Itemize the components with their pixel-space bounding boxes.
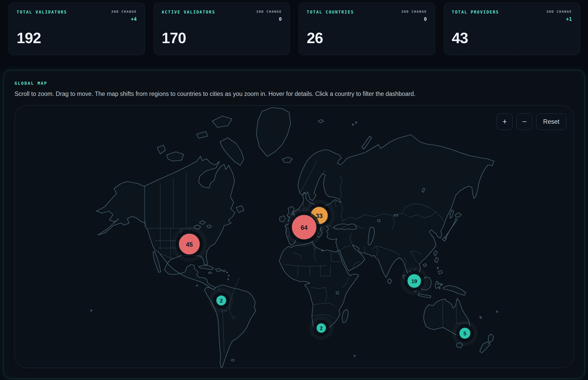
stat-label: TOTAL COUNTRIES xyxy=(307,10,354,15)
stat-card-total-countries: TOTAL COUNTRIES 30D CHANGE 0 26 xyxy=(299,3,435,55)
stat-change-value: 0 xyxy=(256,16,282,22)
stat-label: TOTAL VALIDATORS xyxy=(17,10,67,15)
bubble-count: 2 xyxy=(220,298,223,304)
stat-value: 170 xyxy=(162,30,282,45)
bubble-count: 5 xyxy=(463,331,466,336)
minus-icon: − xyxy=(522,117,527,126)
bubble-count: 19 xyxy=(411,278,417,284)
reset-label: Reset xyxy=(543,118,559,125)
zoom-out-button[interactable]: − xyxy=(516,113,532,130)
bubble-count: 45 xyxy=(186,241,193,248)
map-bubble-southeast-asia[interactable]: 19 xyxy=(400,267,428,295)
map-bubble-southern-africa[interactable]: 2 xyxy=(309,316,333,340)
stat-change-label: 30D CHANGE xyxy=(546,10,572,14)
stat-label: TOTAL PROVIDERS xyxy=(452,10,499,15)
world-map-viewport[interactable]: + − Reset xyxy=(15,105,574,368)
global-map-panel: GLOBAL MAP Scroll to zoom. Drag to move.… xyxy=(3,70,585,379)
stat-value: 43 xyxy=(452,30,572,45)
stat-change-value: 0 xyxy=(401,16,427,22)
reset-button[interactable]: Reset xyxy=(536,113,566,130)
stat-change-label: 30D CHANGE xyxy=(401,10,427,14)
stat-value: 26 xyxy=(307,30,427,45)
map-controls: + − Reset xyxy=(497,113,566,130)
bubble-count: 64 xyxy=(301,224,308,231)
stat-change-label: 30D CHANGE xyxy=(256,10,282,14)
stat-change-value: +1 xyxy=(546,16,572,22)
world-map[interactable]: 45336419225 xyxy=(15,106,574,368)
zoom-in-button[interactable]: + xyxy=(497,113,513,130)
map-bubble-oceania[interactable]: 5 xyxy=(452,320,478,346)
stat-value: 192 xyxy=(17,30,137,45)
stat-label: ACTIVE VALIDATORS xyxy=(162,10,215,15)
stat-card-total-validators: TOTAL VALIDATORS 30D CHANGE +4 192 xyxy=(9,3,145,55)
map-bubble-south-america[interactable]: 2 xyxy=(209,288,233,313)
stat-card-total-providers: TOTAL PROVIDERS 30D CHANGE +1 43 xyxy=(444,3,580,55)
stats-row: TOTAL VALIDATORS 30D CHANGE +4 192 ACTIV… xyxy=(0,0,588,55)
panel-title: GLOBAL MAP xyxy=(15,81,573,86)
plus-icon: + xyxy=(503,117,507,126)
stat-change-value: +4 xyxy=(111,16,137,22)
stat-change-label: 30D CHANGE xyxy=(111,10,137,14)
bubble-count: 2 xyxy=(320,325,323,331)
stat-card-active-validators: ACTIVE VALIDATORS 30D CHANGE 0 170 xyxy=(154,3,290,55)
map-bubble-western-europe[interactable]: 64 xyxy=(285,208,324,247)
panel-description: Scroll to zoom. Drag to move. The map sh… xyxy=(15,90,573,97)
map-bubble-north-america[interactable]: 45 xyxy=(172,226,207,262)
